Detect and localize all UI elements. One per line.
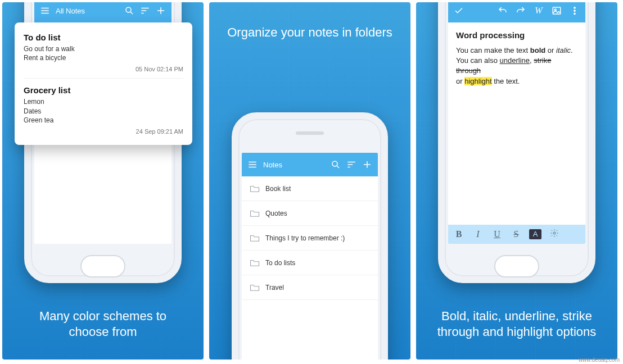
add-icon[interactable] xyxy=(362,160,372,170)
folder-label: Quotes xyxy=(265,210,287,217)
search-icon[interactable] xyxy=(124,6,134,16)
promo-panel-colors: All Notes To do list Go out for a xyxy=(2,2,204,360)
svg-point-6 xyxy=(574,13,575,14)
folder-row[interactable]: Travel xyxy=(242,275,378,300)
watermark: www.deuaq.com xyxy=(579,357,620,363)
folder-label: Book list xyxy=(265,185,291,193)
folder-label: Travel xyxy=(265,284,284,292)
highlight-button[interactable]: A xyxy=(529,229,541,239)
add-icon[interactable] xyxy=(156,6,166,16)
svg-point-7 xyxy=(553,232,556,234)
promo-panel-formatting: W Word processing You can make the text … xyxy=(416,2,617,360)
document-title: Word processing xyxy=(456,29,577,41)
menu-icon[interactable] xyxy=(40,6,50,16)
folder-icon xyxy=(250,284,260,292)
promo-panel-folders: Organize your notes in folders Notes xyxy=(209,2,410,360)
home-button xyxy=(494,255,539,277)
redo-icon[interactable] xyxy=(516,6,526,16)
folder-icon xyxy=(250,210,260,217)
underline-button[interactable]: U xyxy=(491,229,503,239)
note-title: Grocery list xyxy=(24,85,183,95)
appbar-title: Notes xyxy=(263,161,282,169)
folder-label: To do lists xyxy=(265,259,295,267)
phone-mockup: Notes Book list xyxy=(232,112,388,360)
folder-row[interactable]: Book list xyxy=(242,176,378,201)
note-title: To do list xyxy=(24,33,183,42)
phone-mockup: W Word processing You can make the text … xyxy=(438,2,595,283)
folder-icon xyxy=(250,259,260,267)
check-icon[interactable] xyxy=(454,6,464,16)
appbar-title: All Notes xyxy=(56,7,85,15)
notes-widget-card: To do list Go out for a walk Rent a bicy… xyxy=(15,22,192,145)
editor-toolbar: W xyxy=(448,2,585,22)
strike-button[interactable]: S xyxy=(510,229,522,239)
home-button xyxy=(80,255,125,277)
undo-icon[interactable] xyxy=(498,6,508,16)
more-icon[interactable] xyxy=(570,6,580,16)
panel-caption: Organize your notes in folders xyxy=(209,25,410,41)
format-toolbar: B I U S A xyxy=(448,225,585,244)
note-timestamp: 24 Sep 09:21 AM xyxy=(24,128,183,135)
settings-icon[interactable] xyxy=(548,229,561,240)
folder-icon xyxy=(250,185,260,193)
folder-row[interactable]: To do lists xyxy=(242,251,378,275)
svg-point-4 xyxy=(574,7,575,8)
bold-button[interactable]: B xyxy=(453,229,465,239)
image-icon[interactable] xyxy=(552,6,562,16)
svg-point-5 xyxy=(574,10,575,11)
folder-icon xyxy=(250,234,260,242)
phone-screen: W Word processing You can make the text … xyxy=(448,2,585,244)
italic-button[interactable]: I xyxy=(472,229,484,239)
svg-rect-2 xyxy=(553,7,561,14)
format-w-icon[interactable]: W xyxy=(534,6,544,16)
sort-icon[interactable] xyxy=(140,6,150,16)
panel-caption: Many color schemes to choose from xyxy=(2,308,204,340)
panel-caption: Bold, italic, underline, strike through … xyxy=(416,308,617,340)
menu-icon[interactable] xyxy=(247,160,258,170)
app-bar: All Notes xyxy=(34,2,171,22)
phone-screen: Notes Book list xyxy=(242,153,378,360)
editor-content[interactable]: Word processing You can make the text bo… xyxy=(448,22,585,93)
folder-label: Things I try to remember :) xyxy=(265,234,345,242)
app-bar: Notes xyxy=(242,153,378,176)
sort-icon[interactable] xyxy=(346,160,356,170)
note-timestamp: 05 Nov 02:14 PM xyxy=(24,66,183,72)
search-icon[interactable] xyxy=(331,160,341,170)
svg-point-1 xyxy=(332,161,337,166)
document-body: You can make the text bold or italic. Yo… xyxy=(456,46,577,87)
note-item[interactable]: To do list Go out for a walk Rent a bicy… xyxy=(24,29,183,78)
folder-row[interactable]: Quotes xyxy=(242,201,378,226)
phone-speaker xyxy=(296,131,324,135)
folder-row[interactable]: Things I try to remember :) xyxy=(242,226,378,251)
folder-list: Book list Quotes Things I try to remembe… xyxy=(242,176,378,300)
note-item[interactable]: Grocery list Lemon Dates Green tea 24 Se… xyxy=(24,78,183,140)
note-body: Lemon Dates Green tea xyxy=(24,97,183,125)
note-body: Go out for a walk Rent a bicycle xyxy=(24,44,183,62)
svg-point-0 xyxy=(126,7,131,12)
